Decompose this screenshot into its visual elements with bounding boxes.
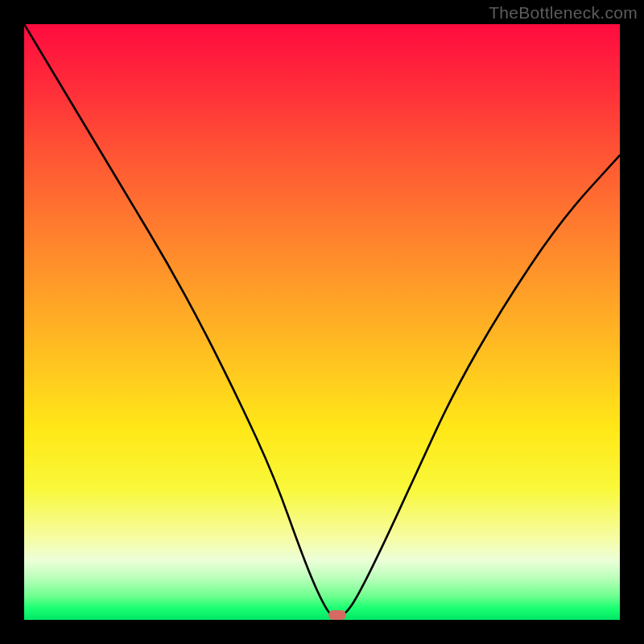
watermark-text: TheBottleneck.com <box>489 3 638 23</box>
chart-frame: TheBottleneck.com <box>0 0 644 644</box>
plot-area <box>24 24 620 620</box>
bottleneck-curve <box>24 24 620 620</box>
minimum-marker <box>328 610 346 620</box>
